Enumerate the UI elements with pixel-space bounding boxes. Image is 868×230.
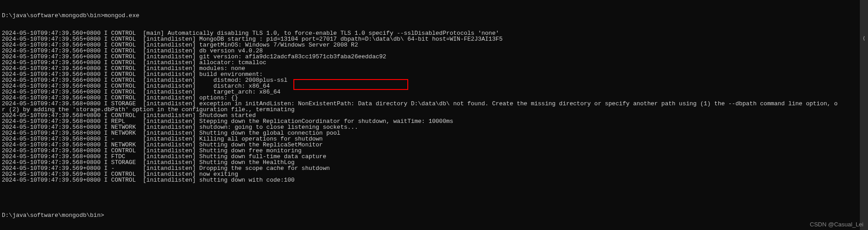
right-sidebar: ⟨ (860, 0, 868, 230)
watermark-text: CSDN @Casual_Lei (810, 221, 863, 227)
prompt-line-top: D:\java\software\mongodb\bin>mongod.exe (2, 13, 866, 19)
terminal-output[interactable]: D:\java\software\mongodb\bin>mongod.exe … (2, 1, 866, 230)
sidebar-arrow-icon[interactable]: ⟨ (861, 36, 867, 42)
blank-line (2, 195, 866, 201)
prompt-line-bottom[interactable]: D:\java\software\mongodb\bin> (2, 212, 866, 218)
log-lines-container: 2024-05-10T09:47:39.560+0800 I CONTROL [… (2, 30, 866, 183)
log-line: 2024-05-10T09:47:39.569+0800 I CONTROL [… (2, 177, 866, 183)
